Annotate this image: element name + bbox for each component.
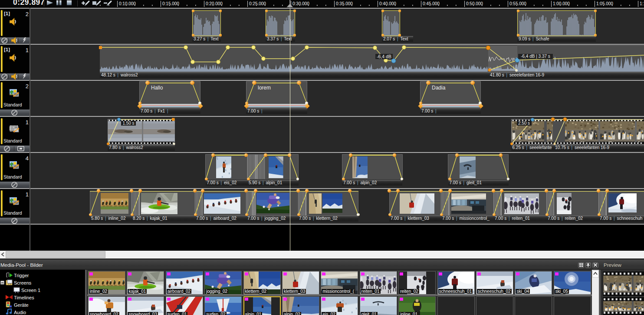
svg-text:0:25.000: 0:25.000	[249, 1, 266, 6]
svg-text:0:40.000: 0:40.000	[379, 1, 396, 6]
svg-text:0:20.000: 0:20.000	[206, 1, 223, 6]
svg-text:0:10.000: 0:10.000	[119, 1, 136, 6]
svg-text:0:30.000: 0:30.000	[292, 1, 309, 6]
svg-text:0:35.000: 0:35.000	[336, 1, 353, 6]
svg-text:1:10.000: 1:10.000	[640, 1, 644, 6]
svg-text:0:45.000: 0:45.000	[423, 1, 440, 6]
svg-text:1:00.000: 1:00.000	[553, 1, 570, 6]
svg-text:0:50.000: 0:50.000	[466, 1, 483, 6]
svg-text:1:05.000: 1:05.000	[596, 1, 613, 6]
svg-text:0:55.000: 0:55.000	[509, 1, 526, 6]
svg-text:0:15.000: 0:15.000	[162, 1, 179, 6]
